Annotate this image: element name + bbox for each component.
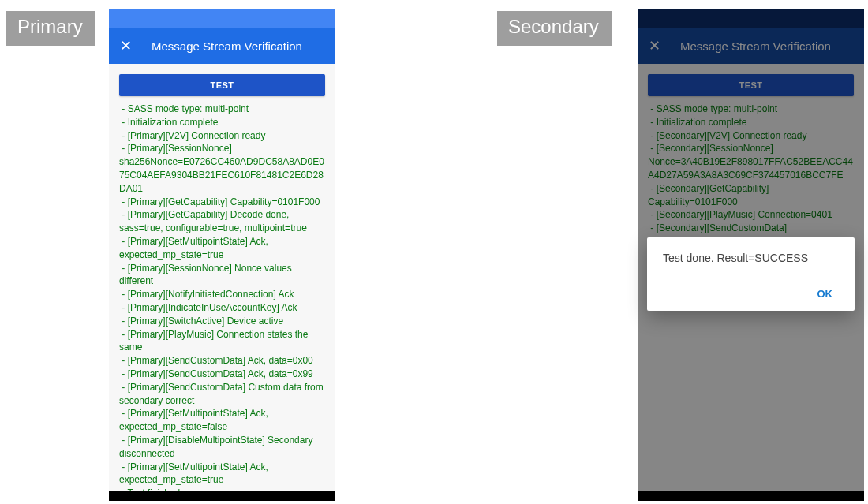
dialog-actions: OK — [663, 283, 839, 304]
screen-title: Message Stream Verification — [152, 39, 302, 53]
result-dialog: Test done. Result=SUCCESS OK — [647, 237, 855, 311]
primary-phone: ✕ Message Stream Verification TEST - SAS… — [109, 9, 335, 501]
primary-log: - SASS mode type: multi-point - Initiali… — [119, 103, 325, 500]
navigation-bar — [109, 491, 335, 501]
ok-button[interactable]: OK — [811, 283, 840, 304]
primary-label: Primary — [6, 11, 95, 46]
secondary-label: Secondary — [497, 11, 612, 46]
status-bar — [109, 9, 335, 28]
test-button[interactable]: TEST — [119, 74, 325, 96]
close-icon[interactable]: ✕ — [120, 37, 136, 54]
app-bar: ✕ Message Stream Verification — [109, 28, 335, 64]
secondary-phone: ✕ Message Stream Verification TEST - SAS… — [638, 9, 864, 501]
dialog-message: Test done. Result=SUCCESS — [663, 252, 839, 283]
content-area: TEST - SASS mode type: multi-point - Ini… — [109, 64, 335, 491]
